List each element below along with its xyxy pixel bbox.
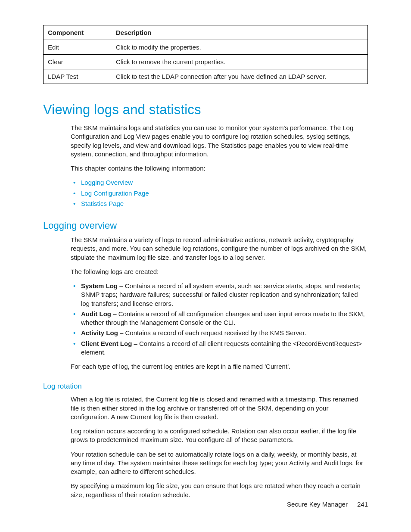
table-cell-component: LDAP Test — [44, 69, 112, 84]
list-item: Log Configuration Page — [71, 189, 368, 198]
table-cell-description: Click to remove the current properties. — [112, 55, 368, 69]
log-name: Client Event Log — [81, 340, 132, 347]
footer-title: Secure Key Manager — [287, 501, 348, 508]
log-rotation-para2: Log rotation occurs according to a confi… — [71, 427, 368, 445]
table-cell-component: Edit — [44, 40, 112, 55]
table-header-description: Description — [112, 25, 368, 40]
page-number: 241 — [357, 501, 368, 508]
log-desc: – Contains a record of all configuration… — [81, 310, 365, 326]
link-statistics-page[interactable]: Statistics Page — [81, 200, 124, 207]
log-rotation-para1: When a log file is rotated, the Current … — [71, 395, 368, 421]
page-footer: Secure Key Manager241 — [287, 501, 368, 508]
logging-overview-para1: The SKM maintains a variety of logs to r… — [71, 236, 368, 262]
log-rotation-para4: By specifying a maximum log file size, y… — [71, 482, 368, 499]
table-cell-component: Clear — [44, 55, 112, 69]
table-cell-description: Click to modify the properties. — [112, 40, 368, 55]
list-item: Activity Log – Contains a record of each… — [71, 329, 368, 337]
list-item: Client Event Log – Contains a record of … — [71, 339, 368, 357]
heading-viewing-logs: Viewing logs and statistics — [43, 102, 368, 118]
list-item: Audit Log – Contains a record of all con… — [71, 310, 368, 327]
heading-logging-overview: Logging overview — [43, 220, 368, 231]
intro-paragraph: The SKM maintains logs and statistics yo… — [71, 124, 368, 159]
log-name: System Log — [81, 282, 118, 289]
logging-overview-para3: For each type of log, the current log en… — [71, 362, 368, 371]
table-header-component: Component — [44, 25, 112, 40]
log-rotation-para3: Your rotation schedule can be set to aut… — [71, 450, 368, 476]
log-desc: – Contains a record of each request rece… — [118, 329, 306, 336]
chapter-contains-line: This chapter contains the following info… — [71, 164, 368, 173]
list-item: System Log – Contains a record of all sy… — [71, 282, 368, 308]
list-item: Logging Overview — [71, 178, 368, 187]
component-table: Component Description Edit Click to modi… — [43, 25, 368, 84]
logging-overview-para2: The following logs are created: — [71, 268, 368, 276]
log-desc: – Contains a record of all system events… — [81, 282, 361, 307]
link-logging-overview[interactable]: Logging Overview — [81, 179, 133, 186]
log-types-list: System Log – Contains a record of all sy… — [71, 282, 368, 357]
link-log-configuration-page[interactable]: Log Configuration Page — [81, 190, 149, 197]
heading-log-rotation: Log rotation — [43, 382, 368, 391]
log-name: Audit Log — [81, 310, 111, 317]
list-item: Statistics Page — [71, 199, 368, 208]
log-name: Activity Log — [81, 329, 118, 336]
chapter-link-list: Logging Overview Log Configuration Page … — [71, 178, 368, 208]
table-cell-description: Click to test the LDAP connection after … — [112, 69, 368, 84]
